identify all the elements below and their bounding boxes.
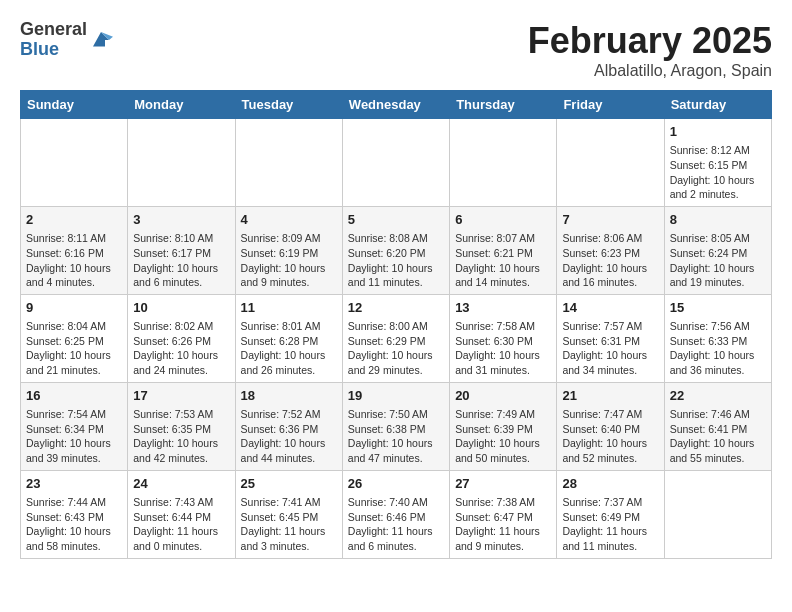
col-sunday: Sunday <box>21 91 128 119</box>
cell-text: Daylight: 10 hours and 39 minutes. <box>26 436 122 465</box>
day-number: 22 <box>670 387 766 405</box>
table-row: 18Sunrise: 7:52 AMSunset: 6:36 PMDayligh… <box>235 382 342 470</box>
table-row: 28Sunrise: 7:37 AMSunset: 6:49 PMDayligh… <box>557 470 664 558</box>
day-number: 9 <box>26 299 122 317</box>
cell-text: Sunset: 6:40 PM <box>562 422 658 437</box>
cell-text: Sunset: 6:15 PM <box>670 158 766 173</box>
cell-text: Sunrise: 7:57 AM <box>562 319 658 334</box>
table-row: 20Sunrise: 7:49 AMSunset: 6:39 PMDayligh… <box>450 382 557 470</box>
cell-text: Sunset: 6:26 PM <box>133 334 229 349</box>
day-number: 4 <box>241 211 337 229</box>
cell-text: Sunset: 6:29 PM <box>348 334 444 349</box>
cell-text: Sunset: 6:23 PM <box>562 246 658 261</box>
calendar-row-4: 23Sunrise: 7:44 AMSunset: 6:43 PMDayligh… <box>21 470 772 558</box>
day-number: 24 <box>133 475 229 493</box>
cell-text: Daylight: 10 hours and 9 minutes. <box>241 261 337 290</box>
day-number: 23 <box>26 475 122 493</box>
table-row <box>21 119 128 207</box>
cell-text: Sunset: 6:34 PM <box>26 422 122 437</box>
calendar-table: Sunday Monday Tuesday Wednesday Thursday… <box>20 90 772 559</box>
col-saturday: Saturday <box>664 91 771 119</box>
svg-marker-0 <box>93 32 109 46</box>
title-block: February 2025 Albalatillo, Aragon, Spain <box>528 20 772 80</box>
day-number: 20 <box>455 387 551 405</box>
cell-text: Daylight: 10 hours and 29 minutes. <box>348 348 444 377</box>
cell-text: Sunset: 6:19 PM <box>241 246 337 261</box>
day-number: 2 <box>26 211 122 229</box>
table-row: 17Sunrise: 7:53 AMSunset: 6:35 PMDayligh… <box>128 382 235 470</box>
cell-text: Sunset: 6:44 PM <box>133 510 229 525</box>
cell-text: Sunrise: 7:52 AM <box>241 407 337 422</box>
table-row: 25Sunrise: 7:41 AMSunset: 6:45 PMDayligh… <box>235 470 342 558</box>
logo-general: General <box>20 20 87 40</box>
cell-text: Daylight: 10 hours and 11 minutes. <box>348 261 444 290</box>
calendar-row-3: 16Sunrise: 7:54 AMSunset: 6:34 PMDayligh… <box>21 382 772 470</box>
cell-text: Daylight: 10 hours and 47 minutes. <box>348 436 444 465</box>
cell-text: Sunset: 6:25 PM <box>26 334 122 349</box>
col-thursday: Thursday <box>450 91 557 119</box>
cell-text: Sunrise: 8:01 AM <box>241 319 337 334</box>
cell-text: Daylight: 10 hours and 55 minutes. <box>670 436 766 465</box>
cell-text: Sunrise: 7:37 AM <box>562 495 658 510</box>
day-number: 11 <box>241 299 337 317</box>
day-number: 26 <box>348 475 444 493</box>
table-row <box>235 119 342 207</box>
cell-text: Daylight: 10 hours and 14 minutes. <box>455 261 551 290</box>
table-row: 8Sunrise: 8:05 AMSunset: 6:24 PMDaylight… <box>664 206 771 294</box>
table-row: 13Sunrise: 7:58 AMSunset: 6:30 PMDayligh… <box>450 294 557 382</box>
table-row: 2Sunrise: 8:11 AMSunset: 6:16 PMDaylight… <box>21 206 128 294</box>
cell-text: Sunrise: 7:53 AM <box>133 407 229 422</box>
table-row: 7Sunrise: 8:06 AMSunset: 6:23 PMDaylight… <box>557 206 664 294</box>
day-number: 6 <box>455 211 551 229</box>
day-number: 13 <box>455 299 551 317</box>
cell-text: Daylight: 10 hours and 58 minutes. <box>26 524 122 553</box>
cell-text: Sunrise: 7:40 AM <box>348 495 444 510</box>
table-row: 21Sunrise: 7:47 AMSunset: 6:40 PMDayligh… <box>557 382 664 470</box>
col-monday: Monday <box>128 91 235 119</box>
day-number: 17 <box>133 387 229 405</box>
cell-text: Daylight: 10 hours and 26 minutes. <box>241 348 337 377</box>
logo-blue: Blue <box>20 40 87 60</box>
day-number: 21 <box>562 387 658 405</box>
cell-text: Sunset: 6:31 PM <box>562 334 658 349</box>
cell-text: Sunrise: 8:12 AM <box>670 143 766 158</box>
table-row: 1Sunrise: 8:12 AMSunset: 6:15 PMDaylight… <box>664 119 771 207</box>
table-row <box>450 119 557 207</box>
day-number: 28 <box>562 475 658 493</box>
cell-text: Daylight: 10 hours and 52 minutes. <box>562 436 658 465</box>
table-row: 12Sunrise: 8:00 AMSunset: 6:29 PMDayligh… <box>342 294 449 382</box>
table-row <box>342 119 449 207</box>
cell-text: Daylight: 10 hours and 36 minutes. <box>670 348 766 377</box>
cell-text: Sunrise: 7:50 AM <box>348 407 444 422</box>
cell-text: Daylight: 10 hours and 2 minutes. <box>670 173 766 202</box>
cell-text: Sunrise: 8:07 AM <box>455 231 551 246</box>
cell-text: Sunset: 6:46 PM <box>348 510 444 525</box>
calendar-title: February 2025 <box>528 20 772 62</box>
table-row: 4Sunrise: 8:09 AMSunset: 6:19 PMDaylight… <box>235 206 342 294</box>
cell-text: Daylight: 10 hours and 50 minutes. <box>455 436 551 465</box>
cell-text: Sunrise: 8:06 AM <box>562 231 658 246</box>
cell-text: Daylight: 11 hours and 0 minutes. <box>133 524 229 553</box>
day-number: 3 <box>133 211 229 229</box>
day-number: 12 <box>348 299 444 317</box>
day-number: 10 <box>133 299 229 317</box>
cell-text: Daylight: 10 hours and 42 minutes. <box>133 436 229 465</box>
table-row: 14Sunrise: 7:57 AMSunset: 6:31 PMDayligh… <box>557 294 664 382</box>
cell-text: Sunset: 6:39 PM <box>455 422 551 437</box>
table-row: 10Sunrise: 8:02 AMSunset: 6:26 PMDayligh… <box>128 294 235 382</box>
cell-text: Sunrise: 7:44 AM <box>26 495 122 510</box>
table-row: 27Sunrise: 7:38 AMSunset: 6:47 PMDayligh… <box>450 470 557 558</box>
cell-text: Daylight: 10 hours and 19 minutes. <box>670 261 766 290</box>
col-friday: Friday <box>557 91 664 119</box>
table-row <box>664 470 771 558</box>
cell-text: Sunset: 6:38 PM <box>348 422 444 437</box>
page: General Blue February 2025 Albalatillo, … <box>0 0 792 569</box>
cell-text: Sunrise: 7:41 AM <box>241 495 337 510</box>
cell-text: Daylight: 11 hours and 9 minutes. <box>455 524 551 553</box>
cell-text: Sunset: 6:33 PM <box>670 334 766 349</box>
table-row: 3Sunrise: 8:10 AMSunset: 6:17 PMDaylight… <box>128 206 235 294</box>
day-number: 27 <box>455 475 551 493</box>
cell-text: Sunrise: 7:46 AM <box>670 407 766 422</box>
day-number: 16 <box>26 387 122 405</box>
table-row: 16Sunrise: 7:54 AMSunset: 6:34 PMDayligh… <box>21 382 128 470</box>
